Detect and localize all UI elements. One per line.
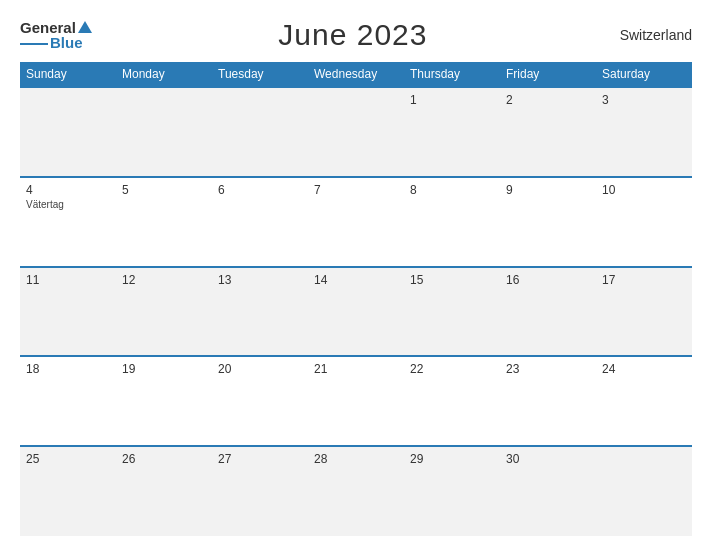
calendar-day-cell: 18 — [20, 356, 116, 446]
day-number: 14 — [314, 273, 398, 287]
calendar-day-cell: 23 — [500, 356, 596, 446]
header-sunday: Sunday — [20, 62, 116, 87]
day-number: 27 — [218, 452, 302, 466]
calendar-day-cell: 28 — [308, 446, 404, 536]
calendar-day-cell: 5 — [116, 177, 212, 267]
calendar-day-cell: 17 — [596, 267, 692, 357]
header-thursday: Thursday — [404, 62, 500, 87]
day-number: 19 — [122, 362, 206, 376]
day-number: 18 — [26, 362, 110, 376]
calendar-day-cell: 8 — [404, 177, 500, 267]
day-number: 6 — [218, 183, 302, 197]
calendar-day-cell: 16 — [500, 267, 596, 357]
calendar-day-cell: 2 — [500, 87, 596, 177]
day-number: 17 — [602, 273, 686, 287]
calendar-week-row: 123 — [20, 87, 692, 177]
day-number: 8 — [410, 183, 494, 197]
day-number: 2 — [506, 93, 590, 107]
calendar-day-cell — [212, 87, 308, 177]
calendar-day-cell — [116, 87, 212, 177]
calendar-day-cell: 14 — [308, 267, 404, 357]
calendar-day-cell: 22 — [404, 356, 500, 446]
calendar-day-cell: 27 — [212, 446, 308, 536]
calendar-day-cell: 7 — [308, 177, 404, 267]
calendar-page: General Blue June 2023 Switzerland Sunda… — [0, 0, 712, 550]
logo-line — [20, 43, 48, 45]
calendar-week-row: 4Vätertag5678910 — [20, 177, 692, 267]
day-number: 29 — [410, 452, 494, 466]
day-number: 22 — [410, 362, 494, 376]
day-number: 28 — [314, 452, 398, 466]
calendar-day-cell: 11 — [20, 267, 116, 357]
logo-triangle-icon — [78, 21, 92, 33]
calendar-day-cell: 19 — [116, 356, 212, 446]
day-number: 23 — [506, 362, 590, 376]
calendar-day-cell — [596, 446, 692, 536]
logo-blue-text: Blue — [50, 35, 83, 50]
calendar-day-cell: 1 — [404, 87, 500, 177]
day-number: 9 — [506, 183, 590, 197]
day-number: 15 — [410, 273, 494, 287]
header-friday: Friday — [500, 62, 596, 87]
header-saturday: Saturday — [596, 62, 692, 87]
day-number: 4 — [26, 183, 110, 197]
calendar-day-cell: 13 — [212, 267, 308, 357]
day-number: 3 — [602, 93, 686, 107]
calendar-day-cell: 3 — [596, 87, 692, 177]
day-number: 1 — [410, 93, 494, 107]
day-number: 5 — [122, 183, 206, 197]
header-monday: Monday — [116, 62, 212, 87]
day-number: 13 — [218, 273, 302, 287]
calendar-day-cell: 6 — [212, 177, 308, 267]
day-number: 24 — [602, 362, 686, 376]
day-number: 16 — [506, 273, 590, 287]
calendar-day-cell — [20, 87, 116, 177]
calendar-day-cell: 20 — [212, 356, 308, 446]
calendar-day-cell — [308, 87, 404, 177]
country-label: Switzerland — [612, 27, 692, 43]
logo-general-text: General — [20, 20, 76, 35]
header-tuesday: Tuesday — [212, 62, 308, 87]
calendar-day-cell: 21 — [308, 356, 404, 446]
calendar-day-cell: 15 — [404, 267, 500, 357]
calendar-day-cell: 10 — [596, 177, 692, 267]
calendar-table: Sunday Monday Tuesday Wednesday Thursday… — [20, 62, 692, 536]
weekday-header-row: Sunday Monday Tuesday Wednesday Thursday… — [20, 62, 692, 87]
day-number: 10 — [602, 183, 686, 197]
header: General Blue June 2023 Switzerland — [20, 18, 692, 52]
calendar-week-row: 11121314151617 — [20, 267, 692, 357]
calendar-day-cell: 12 — [116, 267, 212, 357]
day-number: 11 — [26, 273, 110, 287]
day-number: 30 — [506, 452, 590, 466]
calendar-day-cell: 30 — [500, 446, 596, 536]
calendar-title: June 2023 — [94, 18, 612, 52]
day-number: 26 — [122, 452, 206, 466]
day-number: 20 — [218, 362, 302, 376]
logo: General Blue — [20, 20, 94, 50]
header-wednesday: Wednesday — [308, 62, 404, 87]
day-number: 25 — [26, 452, 110, 466]
calendar-week-row: 252627282930 — [20, 446, 692, 536]
calendar-day-cell: 25 — [20, 446, 116, 536]
calendar-day-cell: 4Vätertag — [20, 177, 116, 267]
calendar-day-cell: 24 — [596, 356, 692, 446]
calendar-day-cell: 29 — [404, 446, 500, 536]
day-number: 7 — [314, 183, 398, 197]
day-number: 12 — [122, 273, 206, 287]
calendar-day-cell: 9 — [500, 177, 596, 267]
day-number: 21 — [314, 362, 398, 376]
calendar-day-cell: 26 — [116, 446, 212, 536]
calendar-week-row: 18192021222324 — [20, 356, 692, 446]
holiday-label: Vätertag — [26, 199, 110, 210]
